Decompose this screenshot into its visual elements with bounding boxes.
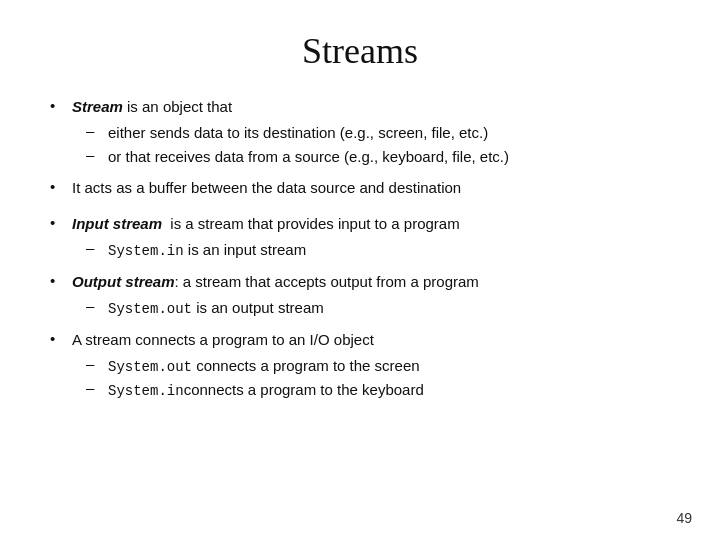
sub-dash: – xyxy=(86,146,108,163)
bullet-4: • Output stream: a stream that accepts o… xyxy=(50,271,670,293)
sub-item-4-1: – System.out is an output stream xyxy=(86,297,670,319)
sub-text-5-2: System.inconnects a program to the keybo… xyxy=(108,379,424,401)
sub-dash: – xyxy=(86,355,108,372)
bullet-3-text: Input stream is a stream that provides i… xyxy=(72,213,460,235)
system-out-code-2: System.out xyxy=(108,359,192,375)
bullet-item-3: • Input stream is a stream that provides… xyxy=(50,213,670,261)
bullet-item-4: • Output stream: a stream that accepts o… xyxy=(50,271,670,319)
sub-dash: – xyxy=(86,297,108,314)
stream-term: Stream xyxy=(72,98,123,115)
bullet-5: • A stream connects a program to an I/O … xyxy=(50,329,670,351)
sub-text-3-1: System.in is an input stream xyxy=(108,239,306,261)
sub-item-3-1: – System.in is an input stream xyxy=(86,239,670,261)
sub-dash: – xyxy=(86,379,108,396)
bullet-1-text: Stream is an object that xyxy=(72,96,232,118)
content-area: • Stream is an object that – either send… xyxy=(50,96,670,510)
page-number: 49 xyxy=(676,510,692,526)
bullet-4-text: Output stream: a stream that accepts out… xyxy=(72,271,479,293)
sub-text-1-1: either sends data to its destination (e.… xyxy=(108,122,488,144)
sub-item-5-2: – System.inconnects a program to the key… xyxy=(86,379,670,401)
bullet-5-text: A stream connects a program to an I/O ob… xyxy=(72,329,374,351)
bullet-item: • Stream is an object that – either send… xyxy=(50,96,670,167)
bullet-symbol: • xyxy=(50,96,72,114)
sub-text-5-1: System.out connects a program to the scr… xyxy=(108,355,420,377)
bullet-symbol: • xyxy=(50,213,72,231)
system-out-code: System.out xyxy=(108,301,192,317)
sub-text-4-1: System.out is an output stream xyxy=(108,297,324,319)
bullet-symbol: • xyxy=(50,177,72,195)
sub-item-1-1: – either sends data to its destination (… xyxy=(86,122,670,144)
system-in-code: System.in xyxy=(108,243,184,259)
sub-item-1-2: – or that receives data from a source (e… xyxy=(86,146,670,168)
bullet-symbol: • xyxy=(50,271,72,289)
sub-item-5-1: – System.out connects a program to the s… xyxy=(86,355,670,377)
sub-text-1-2: or that receives data from a source (e.g… xyxy=(108,146,509,168)
bullet-item-5: • A stream connects a program to an I/O … xyxy=(50,329,670,401)
system-in-code-2: System.in xyxy=(108,383,184,399)
bullet-2-text: It acts as a buffer between the data sou… xyxy=(72,177,461,199)
bullet-2: • It acts as a buffer between the data s… xyxy=(50,177,670,199)
sub-dash: – xyxy=(86,239,108,256)
output-stream-term: Output stream xyxy=(72,273,175,290)
slide-title: Streams xyxy=(50,30,670,72)
bullet-symbol: • xyxy=(50,329,72,347)
sub-dash: – xyxy=(86,122,108,139)
input-stream-term: Input stream xyxy=(72,215,162,232)
bullet-1: • Stream is an object that xyxy=(50,96,670,118)
bullet-3: • Input stream is a stream that provides… xyxy=(50,213,670,235)
slide: Streams • Stream is an object that – eit… xyxy=(0,0,720,540)
